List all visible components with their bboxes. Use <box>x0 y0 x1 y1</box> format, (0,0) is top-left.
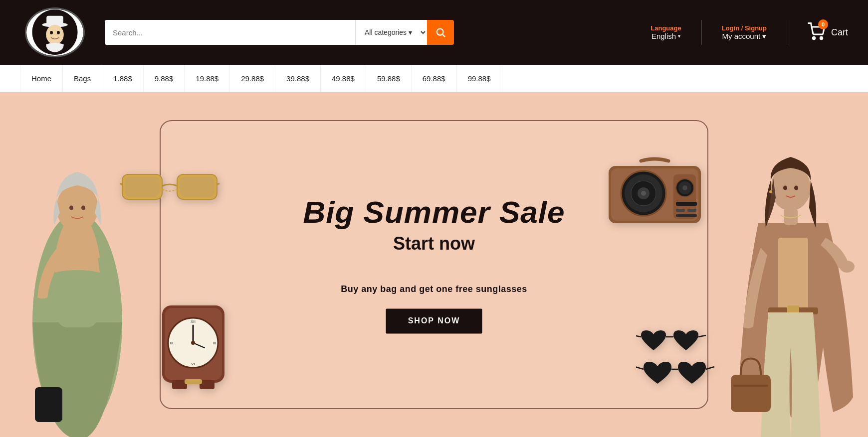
hero-model-right <box>713 98 868 437</box>
svg-rect-34 <box>185 379 202 384</box>
sunglasses-large-icon <box>120 162 219 207</box>
svg-rect-48 <box>676 209 685 212</box>
nav-item-19.88[interactable]: 19.88$ <box>185 65 230 92</box>
svg-point-61 <box>783 186 787 190</box>
svg-point-13 <box>56 184 98 232</box>
product-sunglasses-heart <box>636 323 723 397</box>
svg-line-56 <box>706 367 714 369</box>
sunglasses-heart-icon <box>636 323 723 395</box>
hero-title: Big Summer Sale <box>303 195 565 229</box>
svg-point-65 <box>840 261 855 273</box>
model-right-svg <box>713 98 868 437</box>
header-right: Language English ▾ Login / Signup My acc… <box>651 20 848 45</box>
nav-item-59.88[interactable]: 59.88$ <box>366 65 412 92</box>
hero-promo: Buy any bag and get one free sunglasses <box>303 285 565 295</box>
svg-rect-50 <box>676 214 697 217</box>
svg-rect-64 <box>784 208 798 225</box>
search-area: All categories ▾ <box>105 20 454 45</box>
svg-line-55 <box>636 367 644 369</box>
svg-point-41 <box>641 191 646 196</box>
svg-rect-2 <box>46 16 63 25</box>
cart-label: Cart <box>831 27 848 38</box>
hero-model-left <box>0 98 155 437</box>
nav-item-69.88[interactable]: 69.88$ <box>412 65 457 92</box>
svg-rect-49 <box>687 209 696 212</box>
svg-point-9 <box>813 37 815 39</box>
language-selector[interactable]: Language English ▾ <box>651 24 681 40</box>
hero-banner: Big Summer Sale Start now Buy any bag an… <box>0 92 868 437</box>
logo-icon: DIOWAY <box>27 9 82 56</box>
account-value: My account ▾ <box>722 32 767 41</box>
product-radio <box>606 157 703 229</box>
nav-item-home[interactable]: Home <box>20 65 63 92</box>
logo[interactable]: DIOWAY <box>20 7 90 57</box>
hero-content: Big Summer Sale Start now Buy any bag an… <box>303 195 565 333</box>
nav-item-1.88[interactable]: 1.88$ <box>102 65 144 92</box>
svg-text:VI: VI <box>191 362 195 366</box>
cart-section[interactable]: 0 Cart <box>807 22 848 42</box>
search-icon <box>435 27 446 38</box>
clock-icon: XII III VI IX <box>155 295 232 395</box>
svg-point-10 <box>820 37 823 39</box>
cart-icon-wrap: 0 <box>807 22 825 42</box>
nav-item-49.88[interactable]: 49.88$ <box>321 65 366 92</box>
nav-item-9.88[interactable]: 9.88$ <box>144 65 185 92</box>
header-divider2 <box>787 20 787 45</box>
svg-text:III: III <box>213 341 217 345</box>
svg-line-8 <box>442 34 445 37</box>
svg-line-52 <box>636 335 641 337</box>
svg-point-5 <box>57 31 60 34</box>
svg-text:IX: IX <box>170 341 174 345</box>
nav-item-bags[interactable]: Bags <box>63 65 102 92</box>
main-nav: Home Bags 1.88$ 9.88$ 19.88$ 29.88$ 39.8… <box>0 65 868 92</box>
svg-rect-67 <box>733 385 768 387</box>
search-input[interactable] <box>105 20 355 45</box>
model-left-svg <box>0 98 155 437</box>
svg-point-14 <box>69 206 73 210</box>
account-label: Login / Signup <box>722 24 767 32</box>
svg-rect-19 <box>125 177 160 197</box>
nav-item-99.88[interactable]: 99.88$ <box>457 65 502 92</box>
product-clock: XII III VI IX <box>155 295 232 397</box>
svg-point-63 <box>769 190 772 193</box>
language-chevron-icon: ▾ <box>678 33 680 39</box>
svg-point-27 <box>191 341 195 345</box>
svg-point-62 <box>794 186 798 190</box>
svg-rect-47 <box>676 202 697 206</box>
svg-line-53 <box>698 335 706 337</box>
svg-rect-16 <box>35 387 62 422</box>
language-value: English ▾ <box>651 32 680 40</box>
product-sunglasses-large <box>120 162 219 209</box>
svg-point-15 <box>81 206 85 210</box>
shop-now-button[interactable]: SHOP Now <box>386 309 482 334</box>
svg-point-46 <box>682 185 687 190</box>
account-chevron-icon: ▾ <box>762 32 766 41</box>
cart-badge: 0 <box>818 19 828 29</box>
nav-item-39.88[interactable]: 39.88$ <box>275 65 321 92</box>
svg-point-3 <box>46 25 64 45</box>
radio-icon <box>606 157 703 227</box>
search-button[interactable] <box>427 20 454 45</box>
categories-select[interactable]: All categories ▾ <box>355 20 427 45</box>
language-label: Language <box>651 24 681 32</box>
svg-point-4 <box>50 31 53 34</box>
header-divider <box>701 20 702 45</box>
svg-rect-66 <box>731 375 771 412</box>
svg-rect-20 <box>180 177 215 197</box>
nav-item-29.88[interactable]: 29.88$ <box>230 65 275 92</box>
account-section[interactable]: Login / Signup My account ▾ <box>722 24 767 41</box>
svg-point-7 <box>437 29 443 35</box>
header: DIOWAY All categories ▾ Language English… <box>0 0 868 65</box>
svg-text:XII: XII <box>191 319 196 324</box>
hero-subtitle: Start now <box>303 234 565 255</box>
